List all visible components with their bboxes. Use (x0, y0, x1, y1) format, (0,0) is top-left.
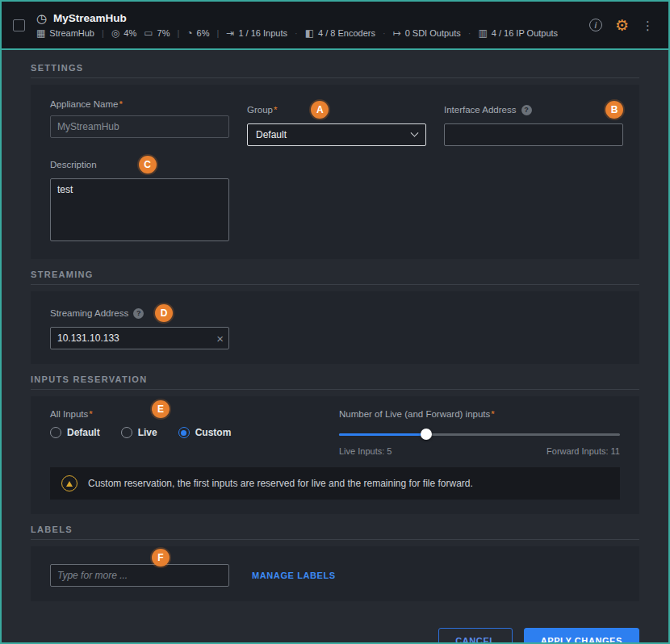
callout-badge-a: A (311, 101, 329, 119)
labels-section-title: LABELS (31, 525, 639, 534)
callout-badge-e: E (152, 400, 170, 418)
interface-address-label: Interface Address ? B (444, 101, 623, 119)
section-divider (31, 284, 639, 285)
section-settings: SETTINGS Appliance Name* Group* A (31, 63, 639, 259)
live-forward-slider-label: Number of Live (and Forward) inputs* (339, 409, 620, 419)
all-inputs-label: All Inputs* (50, 409, 316, 419)
cancel-button[interactable]: CANCEL (438, 628, 512, 642)
appliance-status-icon: ◷ (36, 12, 47, 24)
kebab-menu-icon[interactable]: ⋮ (642, 19, 654, 31)
manage-labels-link[interactable]: MANAGE LABELS (252, 571, 336, 580)
section-streaming: STREAMING Streaming Address ? D × (31, 270, 639, 364)
encoders-icon: ◧ (305, 27, 314, 39)
radio-custom-dot[interactable] (178, 427, 190, 438)
select-appliance-checkbox[interactable] (13, 19, 25, 31)
info-icon[interactable]: i (589, 19, 602, 31)
description-label: Description C (50, 156, 620, 174)
callout-badge-f: F (152, 549, 170, 567)
live-inputs-slider[interactable] (339, 429, 620, 440)
clear-icon[interactable]: × (216, 332, 224, 345)
apply-changes-button[interactable]: APPLY CHANGES (524, 628, 639, 642)
settings-section-title: SETTINGS (31, 63, 639, 73)
all-inputs-radio-group: Default Live Custom (50, 427, 316, 438)
radio-default[interactable]: Default (50, 427, 100, 438)
streaming-section-title: STREAMING (31, 270, 639, 279)
custom-reservation-notice: Custom reservation, the first inputs are… (50, 467, 620, 500)
ip-outputs-icon: ▥ (478, 27, 487, 39)
chevron-down-icon (411, 128, 419, 136)
streaming-address-label: Streaming Address ? D (50, 304, 620, 322)
appliance-header: ◷ MyStreamHub ▦ StreamHub | ◎ 4% ▭ 7% | (2, 2, 668, 50)
radio-default-dot[interactable] (50, 427, 61, 438)
stat-ip-outputs: ▥ 4 / 16 IP Outputs (478, 27, 558, 39)
help-icon[interactable]: ? (133, 308, 144, 319)
section-labels: LABELS F MANAGE LABELS (31, 525, 639, 601)
sdi-outputs-icon: ↦ (393, 27, 401, 39)
inputs-icon: ⇥ (226, 27, 234, 39)
stat-encoders: ◧ 4 / 8 Encoders (305, 27, 375, 39)
live-inputs-count: Live Inputs: 5 (339, 446, 392, 456)
callout-badge-d: D (155, 304, 173, 322)
callout-badge-c: C (139, 156, 157, 174)
memory-icon: ▭ (144, 27, 153, 39)
disk-icon: ◔ (186, 27, 192, 39)
stat-memory: ▭ 7% (144, 27, 170, 39)
section-divider (31, 77, 639, 78)
warning-icon (61, 475, 77, 491)
interface-address-field[interactable] (444, 123, 623, 146)
section-divider (31, 539, 639, 540)
radio-live[interactable]: Live (121, 427, 157, 438)
slider-fill (339, 433, 426, 436)
radio-custom[interactable]: Custom (178, 427, 232, 438)
inputs-reservation-section-title: INPUTS RESERVATION (31, 374, 639, 384)
gear-icon[interactable]: ⚙ (615, 18, 629, 33)
settings-form: SETTINGS Appliance Name* Group* A (2, 50, 668, 642)
section-divider (31, 389, 639, 390)
stat-inputs: ⇥ 1 / 16 Inputs (226, 27, 287, 39)
appliance-name-field[interactable] (50, 115, 229, 138)
description-field[interactable] (50, 178, 229, 241)
stat-cpu: ◎ 4% (111, 27, 136, 39)
stat-disk: ◔ 6% (186, 27, 209, 39)
appliance-title: MyStreamHub (53, 12, 127, 24)
section-inputs-reservation: INPUTS RESERVATION E All Inputs* Default (31, 374, 639, 514)
appliance-stats: ▦ StreamHub | ◎ 4% ▭ 7% | ◔ 6% | (36, 27, 589, 39)
callout-badge-b: B (605, 101, 623, 119)
slider-knob[interactable] (421, 429, 432, 440)
appliance-summary: ◷ MyStreamHub ▦ StreamHub | ◎ 4% ▭ 7% | (36, 12, 589, 39)
cpu-icon: ◎ (111, 27, 119, 39)
group-label: Group* A (247, 101, 426, 119)
help-icon[interactable]: ? (521, 105, 532, 115)
appliance-name-label: Appliance Name* (50, 98, 229, 110)
appliance-settings-window: ◷ MyStreamHub ▦ StreamHub | ◎ 4% ▭ 7% | (0, 0, 670, 644)
labels-input[interactable] (50, 564, 229, 587)
streaming-address-field[interactable] (50, 327, 229, 349)
form-actions: CANCEL APPLY CHANGES (31, 612, 639, 642)
forward-inputs-count: Forward Inputs: 11 (546, 446, 620, 456)
radio-live-dot[interactable] (121, 427, 132, 438)
notice-text: Custom reservation, the first inputs are… (88, 478, 473, 489)
streamhub-icon: ▦ (36, 27, 45, 39)
stat-streamhub: ▦ StreamHub (36, 27, 94, 39)
group-select[interactable]: Default (247, 123, 426, 146)
stat-sdi-outputs: ↦ 0 SDI Outputs (393, 27, 461, 39)
